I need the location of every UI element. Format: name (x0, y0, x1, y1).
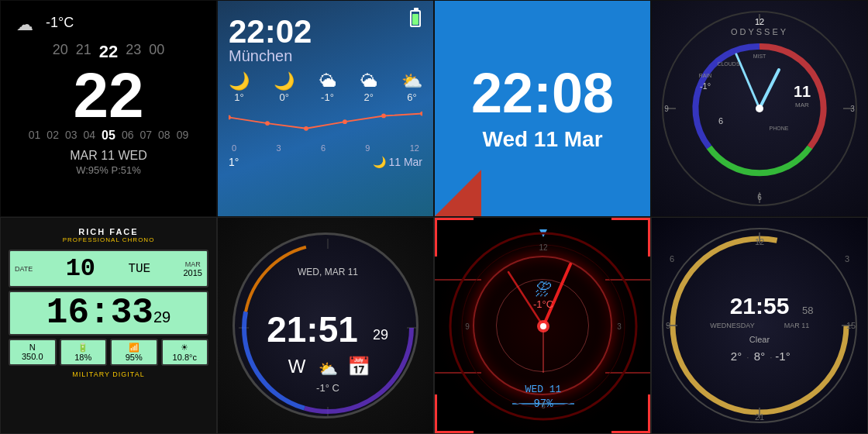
forecast-1: 🌙 0° (274, 71, 294, 103)
svg-text:-1°: -1° (775, 350, 790, 363)
bottom-row: 1° 🌙 11 Mar (229, 156, 422, 168)
svg-text:15: 15 (846, 321, 856, 330)
temp-graph (229, 108, 422, 142)
time-display: 16:33 29 (9, 291, 208, 336)
numbers-bottom-row: 01 02 03 04 05 06 07 08 09 (29, 129, 188, 143)
svg-text:MIST: MIST (753, 53, 766, 59)
moon-date: 🌙 11 Mar (373, 156, 422, 168)
cell-blue-clock: 22:08 Wed 11 Mar (434, 0, 651, 217)
scifi-svg: ⛈ -1°C WED 11 97% 12 3 6 9 (435, 218, 651, 434)
svg-text:W: W (288, 356, 306, 377)
svg-text:WED 11: WED 11 (525, 384, 562, 395)
cell-odyssey-watch: ODYSSEY 6 3 9 12 11 MAR RAIN CLOUDS MIST… (651, 0, 868, 217)
svg-text:9: 9 (664, 105, 669, 113)
svg-text:21:51: 21:51 (267, 309, 358, 350)
blue-clock-date: Wed 11 Mar (482, 127, 602, 152)
cell-weather: 22:02 München 🌙 1° 🌙 0° 🌥 -1° 🌥 2° ⛅ 6° (217, 0, 434, 217)
svg-line-11 (760, 70, 779, 108)
svg-text:WED, MAR 11: WED, MAR 11 (298, 267, 358, 277)
cell-elegant-watch: 12 15 21 9 3 6 21:55 58 WEDNESDAY MAR 11… (651, 217, 868, 434)
svg-text:📅: 📅 (347, 355, 370, 377)
svg-text:Clear: Clear (749, 335, 770, 344)
forecast-4: ⛅ 6° (401, 71, 422, 103)
day-val: TUE (128, 262, 150, 276)
weather-time: 22:02 (229, 13, 422, 50)
forecast-0: 🌙 1° (229, 71, 250, 103)
svg-text:·: · (770, 353, 773, 362)
svg-text:⛅: ⛅ (319, 360, 338, 378)
stat-battery: 🔋18% (60, 339, 108, 366)
forecast-2: 🌥 -1° (319, 71, 336, 103)
svg-text:6: 6 (670, 254, 674, 264)
temperature: -1°C (46, 15, 74, 31)
svg-point-5 (420, 112, 422, 116)
svg-text:3: 3 (845, 254, 849, 264)
svg-text:29: 29 (373, 327, 388, 343)
svg-text:PHONE: PHONE (770, 126, 789, 131)
stat-signal: 📶95% (110, 339, 158, 366)
svg-text:6: 6 (757, 193, 762, 202)
svg-text:8°: 8° (754, 350, 765, 363)
date-display: MAR 11 WED (70, 149, 147, 163)
cell-dark-clock: ☁ -1°C 20 21 22 23 00 22 01 02 03 04 05 … (0, 0, 217, 217)
year-val: 2015 (184, 268, 202, 277)
stats-row: N350.0 🔋18% 📶95% ☀10.8°c (9, 339, 208, 366)
seconds: 29 (153, 308, 170, 326)
svg-text:3: 3 (617, 322, 622, 331)
svg-point-0 (229, 115, 231, 120)
svg-text:11: 11 (794, 83, 811, 100)
brand-header: RICH FACE PROFESSIONAL CHRONO (63, 227, 155, 243)
svg-text:MAR 11: MAR 11 (784, 322, 810, 329)
brand-name: RICH FACE (78, 227, 138, 236)
svg-text:RAIN: RAIN (699, 73, 712, 78)
cell-richface: RICH FACE PROFESSIONAL CHRONO DATE 10 TU… (0, 217, 217, 434)
blue-clock-time: 22:08 (471, 65, 614, 121)
svg-point-53 (540, 323, 546, 329)
date-row: DATE 10 TUE MAR 2015 (9, 250, 208, 288)
svg-text:21: 21 (755, 412, 764, 422)
svg-point-2 (304, 126, 308, 131)
svg-point-13 (756, 105, 763, 112)
stat-temp: ☀10.8°c (161, 339, 209, 366)
battery-icon (410, 10, 421, 27)
svg-text:9: 9 (465, 322, 470, 331)
svg-text:MAR: MAR (795, 102, 809, 108)
svg-text:12: 12 (539, 243, 548, 252)
svg-point-63 (673, 239, 846, 412)
svg-text:·: · (747, 353, 749, 362)
svg-text:-1° C: -1° C (316, 382, 339, 394)
svg-text:12: 12 (755, 237, 764, 246)
odyssey-svg: ODYSSEY 6 3 9 12 11 MAR RAIN CLOUDS MIST… (659, 8, 860, 209)
elegant-svg: 12 15 21 9 3 6 21:55 58 WEDNESDAY MAR 11… (659, 225, 860, 426)
svg-text:2°: 2° (731, 350, 742, 363)
forecast-row: 🌙 1° 🌙 0° 🌥 -1° 🌥 2° ⛅ 6° (229, 71, 422, 103)
analog-svg: WED, MAR 11 21:51 29 W ⛅ 📅 -1° C (235, 235, 421, 421)
svg-point-3 (343, 119, 347, 124)
svg-text:21:55: 21:55 (730, 293, 790, 319)
main-grid: ☁ -1°C 20 21 22 23 00 22 01 02 03 04 05 … (0, 0, 868, 434)
time-labels: 0 3 6 9 12 (229, 143, 422, 153)
svg-text:WEDNESDAY: WEDNESDAY (710, 322, 754, 329)
date-label: DATE (15, 265, 33, 273)
bottom-temp: 1° (229, 156, 239, 168)
date-val: 10 (66, 254, 95, 283)
cell-analog-dark: WED, MAR 11 21:51 29 W ⛅ 📅 -1° C (217, 217, 434, 434)
svg-text:CLOUDS: CLOUDS (717, 61, 740, 67)
svg-text:-1°: -1° (700, 81, 711, 91)
svg-text:58: 58 (802, 305, 813, 316)
stats-display: W:95% P:51% (76, 164, 141, 176)
svg-text:-1°C: -1°C (533, 298, 553, 310)
current-hour: 22 (73, 64, 143, 127)
weather-icon: ☁ (16, 15, 33, 35)
watch-face: WED, MAR 11 21:51 29 W ⛅ 📅 -1° C (232, 232, 418, 418)
brand-sub: PROFESSIONAL CHRONO (63, 236, 155, 243)
city-label: München (229, 47, 422, 65)
svg-point-4 (381, 114, 386, 119)
stat-n: N350.0 (9, 339, 57, 366)
numbers-top-row: 20 21 22 23 00 (53, 42, 165, 62)
military-label: MILITARY DIGITAL (72, 370, 144, 378)
main-time: 16:33 (46, 295, 153, 331)
forecast-3: 🌥 2° (360, 71, 377, 103)
svg-text:9: 9 (666, 321, 670, 330)
svg-text:12: 12 (755, 17, 764, 26)
